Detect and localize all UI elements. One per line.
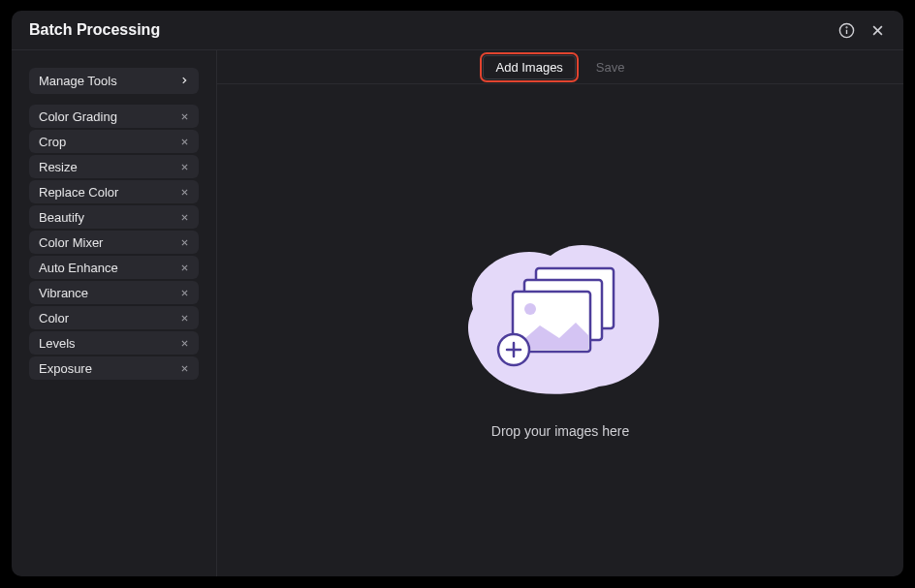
dialog-body: Manage Tools Color Grading Crop [12,50,903,576]
remove-tool-icon[interactable] [177,261,191,274]
tool-label: Levels [39,336,76,351]
tool-item-color-mixer[interactable]: Color Mixer [29,231,199,254]
remove-tool-icon[interactable] [177,135,191,148]
svg-point-30 [524,303,536,315]
tool-item-beautify[interactable]: Beautify [29,205,199,229]
tool-label: Color Grading [39,109,117,124]
close-icon[interactable] [868,21,886,39]
tool-label: Beautify [39,210,84,225]
batch-processing-dialog: Batch Processing Manage Tools [12,11,903,576]
main-panel: Add Images Save [217,50,903,576]
remove-tool-icon[interactable] [177,286,191,299]
remove-tool-icon[interactable] [177,235,191,249]
manage-tools-label: Manage Tools [39,74,117,88]
chevron-right-icon [179,74,189,88]
tool-label: Color Mixer [39,235,103,250]
manage-tools-button[interactable]: Manage Tools [29,68,199,94]
dialog-header: Batch Processing [12,11,903,50]
tool-label: Crop [39,135,66,149]
tool-label: Resize [39,160,78,174]
remove-tool-icon[interactable] [177,210,191,224]
drop-area[interactable]: Drop your images here [217,84,903,576]
tool-item-replace-color[interactable]: Replace Color [29,180,199,203]
remove-tool-icon[interactable] [177,336,191,350]
main-toolbar: Add Images Save [217,50,903,84]
tool-item-crop[interactable]: Crop [29,130,199,153]
tool-item-auto-enhance[interactable]: Auto Enhance [29,256,199,279]
remove-tool-icon[interactable] [177,311,191,325]
sidebar: Manage Tools Color Grading Crop [12,50,217,576]
drop-illustration [444,222,677,406]
remove-tool-icon[interactable] [177,185,191,199]
save-button: Save [584,55,638,79]
tool-label: Color [39,311,69,325]
tool-label: Vibrance [39,286,88,300]
tools-list: Color Grading Crop Resize [29,105,199,381]
remove-tool-icon[interactable] [177,160,191,173]
tool-item-color[interactable]: Color [29,306,199,329]
tool-item-exposure[interactable]: Exposure [29,356,199,380]
add-images-button[interactable]: Add Images [483,55,575,79]
tool-item-resize[interactable]: Resize [29,155,199,178]
tool-item-levels[interactable]: Levels [29,331,199,355]
tool-item-color-grading[interactable]: Color Grading [29,105,199,128]
dialog-title: Batch Processing [29,21,160,39]
remove-tool-icon[interactable] [177,361,191,375]
svg-point-2 [846,26,847,27]
tool-label: Auto Enhance [39,261,118,275]
drop-text: Drop your images here [491,423,629,439]
remove-tool-icon[interactable] [177,109,191,123]
tool-item-vibrance[interactable]: Vibrance [29,281,199,304]
tool-label: Exposure [39,361,92,376]
tool-label: Replace Color [39,185,118,200]
info-icon[interactable] [837,21,855,39]
header-actions [837,21,886,39]
